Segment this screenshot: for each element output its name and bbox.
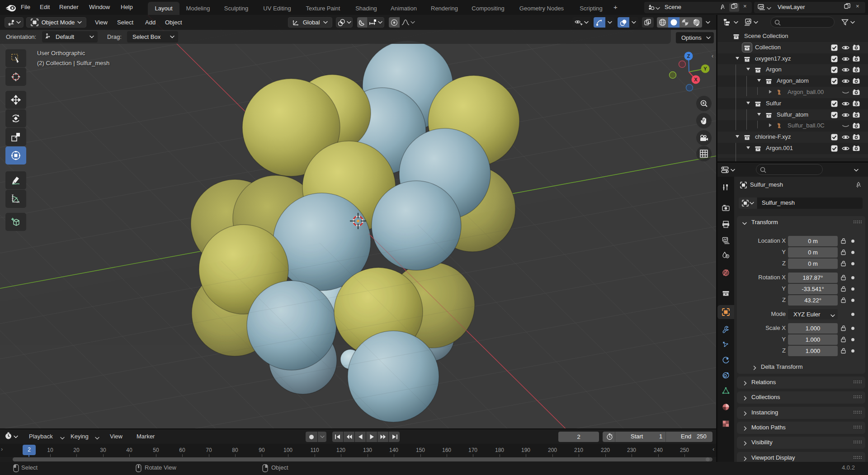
svg-text:Y: Y bbox=[703, 66, 707, 71]
svg-text:X: X bbox=[694, 77, 698, 82]
svg-text:Z: Z bbox=[687, 53, 690, 59]
